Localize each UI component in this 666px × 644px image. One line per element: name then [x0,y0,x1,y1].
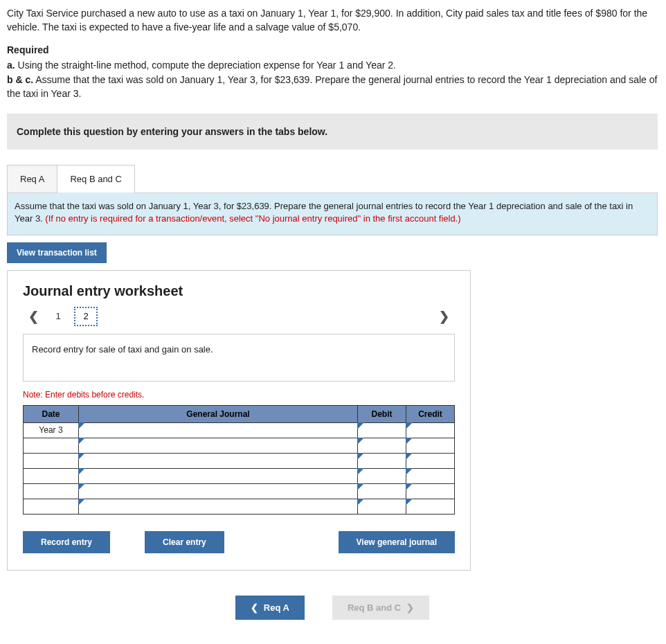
account-cell[interactable] [79,468,358,483]
tab-panel: Assume that the taxi was sold on January… [7,193,658,235]
table-row [24,468,455,483]
debit-cell[interactable] [358,422,406,438]
date-cell[interactable] [24,438,79,453]
entry-prompt: Record entry for sale of taxi and gain o… [23,334,455,382]
table-row [24,453,455,468]
requirement-a: a. Using the straight-line method, compu… [7,59,659,73]
credit-cell[interactable] [406,468,455,483]
account-cell[interactable] [79,422,358,438]
required-heading: Required [7,44,659,57]
chevron-left-icon: ❮ [251,602,258,613]
table-row [24,438,455,453]
table-row [24,483,455,499]
instruction-banner: Complete this question by entering your … [7,114,658,150]
journal-table: Date General Journal Debit Credit Year 3 [23,405,455,515]
credit-cell[interactable] [406,499,455,514]
debit-cell[interactable] [358,453,406,468]
view-transaction-list-button[interactable]: View transaction list [7,242,107,263]
worksheet-title: Journal entry worksheet [23,283,455,299]
chevron-right-icon: ❯ [406,602,414,613]
prev-label: Req A [264,602,289,613]
view-general-journal-button[interactable]: View general journal [339,531,455,553]
chevron-left-icon[interactable]: ❮ [23,306,44,327]
date-cell[interactable] [24,453,79,468]
account-cell[interactable] [79,499,358,514]
panel-red-text: (If no entry is required for a transacti… [45,213,460,224]
account-cell[interactable] [79,453,358,468]
col-credit: Credit [406,405,455,422]
clear-entry-button[interactable]: Clear entry [145,531,224,553]
date-cell[interactable] [24,483,79,499]
page-2-current[interactable]: 2 [74,307,98,326]
debit-cell[interactable] [358,438,406,453]
tab-req-a[interactable]: Req A [7,165,57,193]
date-cell[interactable] [24,499,79,514]
table-row: Year 3 [24,422,455,438]
col-date: Date [24,405,79,422]
requirement-bc: b & c. Assume that the taxi was sold on … [7,73,659,100]
account-cell[interactable] [79,438,358,453]
col-debit: Debit [358,405,406,422]
col-general-journal: General Journal [79,405,358,422]
credit-cell[interactable] [406,483,455,499]
debit-cell[interactable] [358,499,406,514]
table-row [24,499,455,514]
credit-cell[interactable] [406,422,455,438]
page-1[interactable]: 1 [46,307,70,326]
debit-cell[interactable] [358,468,406,483]
debit-cell[interactable] [358,483,406,499]
tabs: Req A Req B and C [7,165,658,193]
journal-worksheet: Journal entry worksheet ❮ 1 2 ❯ Record e… [7,270,471,571]
credit-cell[interactable] [406,438,455,453]
chevron-right-icon[interactable]: ❯ [433,306,455,327]
account-cell[interactable] [79,483,358,499]
next-req-button[interactable]: Req B and C ❯ [332,596,429,620]
tab-req-b-and-c[interactable]: Req B and C [57,165,134,193]
next-label: Req B and C [348,602,401,613]
prev-req-button[interactable]: ❮ Req A [235,596,305,620]
date-cell[interactable] [24,468,79,483]
credit-cell[interactable] [406,453,455,468]
debits-before-credits-note: Note: Enter debits before credits. [23,390,455,400]
record-entry-button[interactable]: Record entry [23,531,110,553]
problem-text: City Taxi Service purchased a new auto t… [7,8,647,33]
date-cell[interactable]: Year 3 [24,422,79,438]
